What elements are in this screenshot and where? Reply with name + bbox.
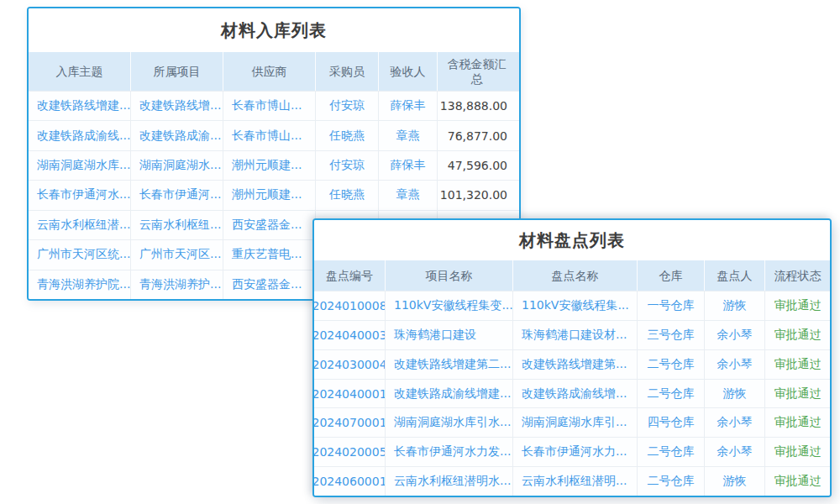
stocktaker-cell: 余小琴: [704, 350, 764, 379]
purchaser-cell: 付安琼: [315, 92, 378, 120]
column-header: 盘点名称: [512, 260, 637, 291]
supplier-cell: 重庆艺普电...: [223, 240, 315, 269]
purchaser-cell: 任晓燕: [315, 181, 378, 209]
warehouse-cell: 二号仓库: [637, 350, 704, 379]
stocktaker-cell: 余小琴: [704, 408, 764, 437]
amount-cell: 47,596.00: [437, 151, 519, 180]
supplier-cell: 西安盛器金...: [223, 211, 315, 239]
table-row[interactable]: 湖南洞庭湖水库...湖南洞庭湖水...潮州元顺建...付安琼薛保丰47,596.…: [29, 150, 519, 180]
project-cell: 广州市天河区...: [130, 240, 223, 269]
column-header: 采购员: [315, 52, 378, 91]
inspector-cell: 薛保丰: [378, 151, 437, 180]
inbound-subject-cell: 云南水利枢纽潜...: [29, 211, 130, 239]
inbound-subject-cell: 长春市伊通河水...: [29, 181, 130, 209]
column-header: 所属项目: [130, 52, 223, 91]
table-row[interactable]: 长春市伊通河水...长春市伊通河...潮州元顺建...任晓燕章燕101,320.…: [29, 180, 519, 209]
project-cell: 云南水利枢纽...: [130, 211, 223, 239]
project-cell: 改建铁路成渝...: [130, 121, 223, 150]
status-cell: 审批通过: [764, 291, 830, 320]
column-header: 验收人: [378, 52, 437, 91]
table-row[interactable]: 改建铁路成渝线...改建铁路成渝...长春市博山...任晓燕章燕76,877.0…: [29, 120, 519, 150]
stocktake-id-cell: 2024020005: [314, 438, 385, 466]
stocktake-id-cell: 2024040001: [314, 380, 385, 408]
status-cell: 审批通过: [764, 408, 830, 437]
inspector-cell: 章燕: [378, 121, 437, 150]
stocktake-id-cell: 2024030004: [314, 350, 385, 379]
inbound-table-title: 材料入库列表: [29, 8, 519, 52]
project-cell: 改建铁路线增...: [130, 92, 223, 120]
inspector-cell: 章燕: [378, 181, 437, 209]
purchaser-cell: 任晓燕: [315, 121, 378, 150]
inbound-subject-cell: 青海洪湖养护院...: [29, 270, 130, 299]
project-name-cell: 云南水利枢纽潜明水...: [385, 467, 512, 496]
column-header: 供应商: [223, 52, 315, 91]
stocktaker-cell: 游恢: [704, 380, 764, 408]
purchaser-cell: 付安琼: [315, 151, 378, 180]
stocktake-name-cell: 湖南洞庭湖水库引...: [512, 408, 637, 437]
project-cell: 湖南洞庭湖水...: [130, 151, 223, 180]
status-cell: 审批通过: [764, 438, 830, 466]
table-row[interactable]: 2024010008110kV安徽线程集变...110kV安徽线程集...一号仓…: [314, 291, 830, 320]
stocktake-id-cell: 2024040003: [314, 321, 385, 349]
stocktake-id-cell: 2024070001: [314, 408, 385, 437]
stocktake-name-cell: 110kV安徽线程集...: [512, 291, 637, 320]
inbound-subject-cell: 改建铁路成渝线...: [29, 121, 130, 150]
supplier-cell: 长春市博山...: [223, 92, 315, 120]
project-name-cell: 长春市伊通河水力发...: [385, 438, 512, 466]
stocktake-table-header: 盘点编号项目名称盘点名称仓库盘点人流程状态: [314, 260, 830, 291]
stocktake-name-cell: 长春市伊通河水力...: [512, 438, 637, 466]
table-row[interactable]: 2024060001云南水利枢纽潜明水...云南水利枢纽潜明...二号仓库游恢审…: [314, 466, 830, 496]
warehouse-cell: 二号仓库: [637, 438, 704, 466]
project-name-cell: 湖南洞庭湖水库引水...: [385, 408, 512, 437]
warehouse-cell: 二号仓库: [637, 467, 704, 496]
column-header: 入库主题: [29, 52, 130, 91]
supplier-cell: 西安盛器金...: [223, 270, 315, 299]
stocktake-table-title: 材料盘点列表: [314, 220, 830, 260]
stocktake-id-cell: 2024060001: [314, 467, 385, 496]
stocktake-name-cell: 改建铁路线增建第...: [512, 350, 637, 379]
supplier-cell: 潮州元顺建...: [223, 181, 315, 209]
project-name-cell: 改建铁路线增建第二...: [385, 350, 512, 379]
amount-cell: 101,320.00: [437, 181, 519, 209]
status-cell: 审批通过: [764, 321, 830, 349]
table-row[interactable]: 2024070001湖南洞庭湖水库引水...湖南洞庭湖水库引...四号仓库余小琴…: [314, 407, 830, 437]
table-row[interactable]: 2024020005长春市伊通河水力发...长春市伊通河水力...二号仓库余小琴…: [314, 437, 830, 466]
stocktaker-cell: 游恢: [704, 467, 764, 496]
warehouse-cell: 二号仓库: [637, 380, 704, 408]
amount-cell: 76,877.00: [437, 121, 519, 150]
stocktake-name-cell: 云南水利枢纽潜明...: [512, 467, 637, 496]
status-cell: 审批通过: [764, 467, 830, 496]
column-header: 仓库: [637, 260, 704, 291]
amount-cell: 138,888.00: [437, 92, 519, 120]
table-row[interactable]: 改建铁路线增建...改建铁路线增...长春市博山...付安琼薛保丰138,888…: [29, 91, 519, 120]
project-name-cell: 改建铁路成渝线增建...: [385, 380, 512, 408]
stocktaker-cell: 余小琴: [704, 438, 764, 466]
table-row[interactable]: 2024040001改建铁路成渝线增建...改建铁路成渝线增...二号仓库游恢审…: [314, 379, 830, 408]
inbound-subject-cell: 改建铁路线增建...: [29, 92, 130, 120]
inspector-cell: 薛保丰: [378, 92, 437, 120]
column-header: 流程状态: [764, 260, 830, 291]
stocktaker-cell: 余小琴: [704, 321, 764, 349]
supplier-cell: 长春市博山...: [223, 121, 315, 150]
column-header: 含税金额汇总: [437, 52, 519, 91]
table-row[interactable]: 2024030004改建铁路线增建第二...改建铁路线增建第...二号仓库余小琴…: [314, 349, 830, 379]
inbound-subject-cell: 湖南洞庭湖水库...: [29, 151, 130, 180]
material-stocktake-card: 材料盘点列表 盘点编号项目名称盘点名称仓库盘点人流程状态 20240100081…: [312, 218, 832, 497]
stocktake-name-cell: 改建铁路成渝线增...: [512, 380, 637, 408]
column-header: 项目名称: [385, 260, 512, 291]
column-header: 盘点人: [704, 260, 764, 291]
stocktake-table-body: 2024010008110kV安徽线程集变...110kV安徽线程集...一号仓…: [314, 291, 830, 496]
warehouse-cell: 一号仓库: [637, 291, 704, 320]
stocktake-name-cell: 珠海鹤港口建设材...: [512, 321, 637, 349]
stocktaker-cell: 游恢: [704, 291, 764, 320]
supplier-cell: 潮州元顺建...: [223, 151, 315, 180]
inbound-table-header: 入库主题所属项目供应商采购员验收人含税金额汇总: [29, 52, 519, 91]
column-header: 盘点编号: [314, 260, 385, 291]
table-row[interactable]: 2024040003珠海鹤港口建设珠海鹤港口建设材...三号仓库余小琴审批通过: [314, 320, 830, 349]
inbound-subject-cell: 广州市天河区统...: [29, 240, 130, 269]
status-cell: 审批通过: [764, 350, 830, 379]
status-cell: 审批通过: [764, 380, 830, 408]
warehouse-cell: 四号仓库: [637, 408, 704, 437]
project-name-cell: 110kV安徽线程集变...: [385, 291, 512, 320]
stocktake-id-cell: 2024010008: [314, 291, 385, 320]
